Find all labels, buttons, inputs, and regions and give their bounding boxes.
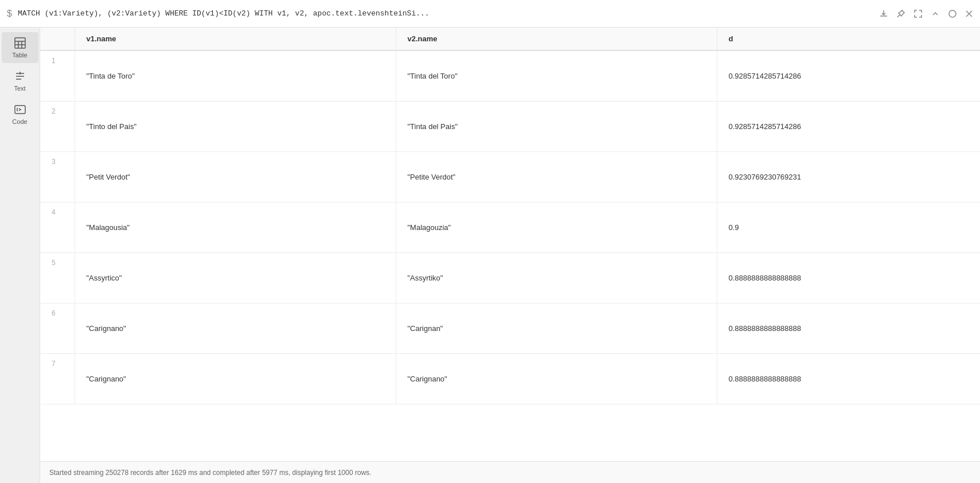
table-row: 4"Malagousia""Malagouzia"0.9 [40, 202, 980, 252]
cell-row-num: 5 [40, 252, 75, 303]
table-row: 6"Carignano""Carignan"0.8888888888888888 [40, 303, 980, 353]
cell-v1name: "Petit Verdot" [75, 151, 396, 202]
text-icon [14, 70, 26, 83]
cell-v2name: "Assyrtiko" [396, 252, 717, 303]
cell-d: 0.9285714285714286 [717, 101, 980, 151]
sidebar-table-label: Table [12, 52, 27, 59]
table-container[interactable]: v1.name v2.name d 1"Tinta de Toro""Tinta… [40, 28, 980, 461]
table-header-row: v1.name v2.name d [40, 28, 980, 50]
col-header-v2name: v2.name [396, 28, 717, 50]
sidebar-item-text[interactable]: Text [2, 65, 38, 96]
query-icon: $ [7, 9, 12, 19]
cell-d: 0.9230769230769231 [717, 151, 980, 202]
cell-d: 0.9285714285714286 [717, 50, 980, 101]
cell-d: 0.8888888888888888 [717, 303, 980, 353]
expand-icon[interactable] [913, 9, 923, 18]
results-table: v1.name v2.name d 1"Tinta de Toro""Tinta… [40, 28, 980, 404]
status-text: Started streaming 250278 records after 1… [49, 469, 372, 477]
cell-d: 0.9 [717, 202, 980, 252]
cell-row-num: 1 [40, 50, 75, 101]
table-row: 7"Carignano""Carignano"0.888888888888888… [40, 353, 980, 404]
table-row: 1"Tinta de Toro""Tinta del Toro"0.928571… [40, 50, 980, 101]
col-header-num [40, 28, 75, 50]
cell-v2name: "Petite Verdot" [396, 151, 717, 202]
sidebar-code-label: Code [12, 118, 27, 125]
sidebar-item-table[interactable]: Table [2, 32, 38, 63]
query-text: MATCH (v1:Variety), (v2:Variety) WHERE I… [18, 9, 872, 18]
cell-v1name: "Tinto del Pais" [75, 101, 396, 151]
cell-row-num: 4 [40, 202, 75, 252]
cell-v2name: "Malagouzia" [396, 202, 717, 252]
cell-v1name: "Assyrtico" [75, 252, 396, 303]
table-area: v1.name v2.name d 1"Tinta de Toro""Tinta… [40, 28, 980, 483]
table-row: 5"Assyrtico""Assyrtiko"0.888888888888888… [40, 252, 980, 303]
cell-v1name: "Carignano" [75, 353, 396, 404]
main-content: Table Text Code [0, 28, 980, 483]
pin-icon[interactable] [896, 9, 905, 18]
col-header-v1name: v1.name [75, 28, 396, 50]
sidebar-text-label: Text [14, 85, 25, 92]
download-icon[interactable] [879, 9, 888, 18]
cell-v2name: "Tinta del Toro" [396, 50, 717, 101]
table-row: 2"Tinto del Pais""Tinta del Pais"0.92857… [40, 101, 980, 151]
svg-point-0 [949, 10, 956, 17]
cell-v2name: "Tinta del Pais" [396, 101, 717, 151]
cell-row-num: 2 [40, 101, 75, 151]
top-bar: $ MATCH (v1:Variety), (v2:Variety) WHERE… [0, 0, 980, 28]
chevron-up-icon[interactable] [931, 9, 940, 18]
cell-d: 0.8888888888888888 [717, 252, 980, 303]
table-row: 3"Petit Verdot""Petite Verdot"0.92307692… [40, 151, 980, 202]
cell-v2name: "Carignan" [396, 303, 717, 353]
cell-v1name: "Tinta de Toro" [75, 50, 396, 101]
close-icon[interactable] [965, 10, 973, 18]
top-bar-actions [879, 9, 973, 18]
sidebar: Table Text Code [0, 28, 40, 483]
status-bar: Started streaming 250278 records after 1… [40, 461, 980, 483]
cell-v2name: "Carignano" [396, 353, 717, 404]
refresh-icon[interactable] [948, 9, 957, 18]
table-icon [14, 37, 26, 49]
cell-row-num: 6 [40, 303, 75, 353]
cell-d: 0.8888888888888888 [717, 353, 980, 404]
cell-row-num: 3 [40, 151, 75, 202]
col-header-d: d [717, 28, 980, 50]
cell-row-num: 7 [40, 353, 75, 404]
svg-rect-1 [15, 38, 25, 48]
cell-v1name: "Malagousia" [75, 202, 396, 252]
code-icon [14, 103, 26, 116]
sidebar-item-code[interactable]: Code [2, 99, 38, 130]
cell-v1name: "Carignano" [75, 303, 396, 353]
